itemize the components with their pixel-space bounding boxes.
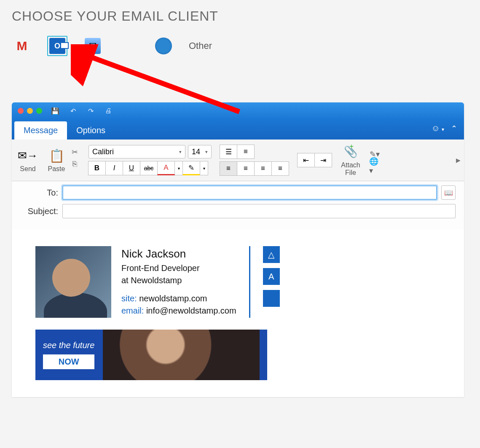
font-color-button[interactable]: A [157,161,175,175]
to-label: To: [20,188,58,198]
numbered-list-button[interactable]: ≡ [237,145,255,159]
address-book-button[interactable]: 📖 [441,185,456,200]
client-macmail[interactable]: ✉ [83,36,103,56]
collapse-ribbon-button[interactable]: ⌃ [451,124,457,133]
tab-message[interactable]: Message [14,121,67,139]
outlook-window: 💾 ↶ ↷ 🖨 Message Options ☺ ⌃ ✉→ Send 📋 Pa… [12,102,464,397]
redo-icon[interactable]: ↷ [86,106,95,115]
paste-label: Paste [48,165,65,173]
signature-email-value[interactable]: info@newoldstamp.com [146,306,236,315]
email-signature: Nick Jackson Front-End Developer at Newo… [35,246,440,318]
signature-email-label: email: [121,306,144,315]
banner-tagline: see the future [43,341,94,350]
outlook-icon: O [49,38,65,54]
highlight-dropdown[interactable]: ▾ [200,161,208,175]
bullet-list-button[interactable]: ☰ [220,145,237,159]
social-link-2[interactable]: A [263,268,280,285]
send-button[interactable]: ✉→ Send [18,148,38,173]
email-client-picker: M O ✉ Other [12,36,468,56]
hyperlink-button[interactable]: 🌐▾ [369,161,380,171]
align-center-button[interactable]: ≡ [237,161,255,176]
page-title: CHOOSE YOUR EMAIL CLIENT [12,8,468,24]
send-label: Send [20,165,35,173]
scissors-icon: ✂ [72,148,78,157]
social-link-1[interactable]: △ [263,246,280,263]
align-right-button[interactable]: ≡ [254,161,272,176]
attach-label: Attach File [341,161,360,177]
expand-ribbon-button[interactable]: ▶ [456,157,461,164]
client-apple[interactable] [118,36,138,56]
clipboard-icon: 📋 [46,148,67,164]
italic-button[interactable]: I [105,161,123,175]
signature-name: Nick Jackson [121,246,236,262]
client-outlook[interactable]: O [47,36,67,56]
copy-icon: ⎘ [72,160,77,169]
message-body[interactable]: Nick Jackson Front-End Developer at Newo… [12,229,464,397]
cut-button[interactable]: ✂ [69,148,80,157]
message-headers: To: 📖 Subject: [12,181,464,229]
ribbon: ✉→ Send 📋 Paste ✂ ⎘ Calibri 14 B I U abc [12,139,464,181]
signature-role: Front-End Developer [121,262,236,274]
underline-button[interactable]: U [123,161,140,175]
address-book-icon: 📖 [444,188,453,197]
signature-banner[interactable]: see the future NOW [35,330,267,380]
print-icon[interactable]: 🖨 [104,106,113,115]
paperclip-icon: 📎＋ [341,144,361,160]
signature-text: Nick Jackson Front-End Developer at Newo… [121,246,236,317]
tab-options[interactable]: Options [67,121,115,139]
signature-avatar [35,246,111,318]
to-field[interactable] [62,185,437,200]
signature-company: at Newoldstamp [121,274,236,287]
highlight-button[interactable]: ✎ [182,161,200,175]
bold-button[interactable]: B [88,161,106,175]
client-gmail[interactable]: M [12,36,32,56]
gmail-icon: M [17,39,27,53]
window-traffic-lights [18,108,42,114]
outdent-button[interactable]: ⇤ [297,153,315,167]
client-other[interactable]: Other [189,40,212,51]
attach-file-button[interactable]: 📎＋ Attach File [341,144,361,177]
paste-button[interactable]: 📋 Paste [46,148,67,173]
strikethrough-button[interactable]: abc [140,161,158,175]
signature-site-label: site: [121,294,137,303]
indent-button[interactable]: ⇥ [314,153,332,167]
font-color-dropdown[interactable]: ▾ [174,161,183,175]
banner-cta: NOW [43,354,94,369]
minimize-window-button[interactable] [27,108,33,114]
subject-field[interactable] [62,204,456,218]
align-left-button[interactable]: ≡ [220,161,237,176]
align-justify-button[interactable]: ≡ [271,161,289,176]
signature-divider [249,246,250,318]
signature-social: △ A [263,246,280,307]
client-thunderbird[interactable] [153,36,174,56]
signature-site-value[interactable]: newoldstamp.com [139,294,207,303]
thunderbird-icon [155,38,172,54]
social-link-apple[interactable] [263,290,280,307]
copy-button[interactable]: ⎘ [69,159,80,169]
send-icon: ✉→ [18,148,38,164]
font-size-select[interactable]: 14 [188,145,212,158]
save-icon[interactable]: 💾 [51,106,60,115]
banner-image [103,330,260,380]
subject-label: Subject: [20,207,58,216]
emoji-button[interactable]: ☺ [432,123,444,133]
font-family-select[interactable]: Calibri [88,145,185,158]
maximize-window-button[interactable] [36,108,42,114]
macmail-icon: ✉ [85,38,101,54]
ribbon-tabs: Message Options ☺ ⌃ [12,119,464,139]
close-window-button[interactable] [18,108,24,114]
undo-icon[interactable]: ↶ [68,106,78,115]
window-titlebar: 💾 ↶ ↷ 🖨 [12,102,464,119]
